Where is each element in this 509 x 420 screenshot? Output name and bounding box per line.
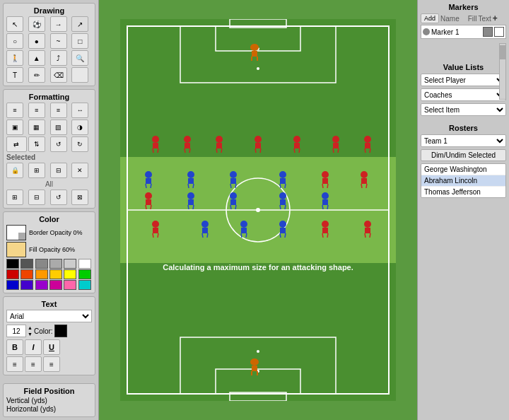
scrollbar-thumb[interactable] bbox=[500, 45, 505, 59]
color-dark-gray[interactable] bbox=[21, 259, 33, 269]
color-blue-purple[interactable] bbox=[21, 280, 33, 290]
fmt-opacity[interactable]: ◑ bbox=[71, 119, 88, 135]
color-purple[interactable] bbox=[35, 280, 48, 290]
svg-line-90 bbox=[322, 205, 323, 209]
color-cyan[interactable] bbox=[78, 280, 91, 290]
font-size-up[interactable]: ▲ bbox=[28, 325, 33, 331]
fmt-lock[interactable]: 🔒 bbox=[6, 163, 23, 178]
fmt-all-1[interactable]: ⊞ bbox=[6, 189, 23, 205]
color-pink[interactable] bbox=[64, 280, 76, 290]
color-magenta[interactable] bbox=[49, 280, 62, 290]
roster-item-1[interactable]: Abraham Lincoln bbox=[421, 175, 505, 187]
wave-tool[interactable]: ~ bbox=[50, 33, 67, 49]
cone-tool[interactable]: ▲ bbox=[28, 50, 45, 66]
fmt-gradient[interactable]: ▧ bbox=[50, 119, 67, 135]
fmt-flip-h[interactable]: ⇄ bbox=[6, 136, 27, 152]
arrow-tool[interactable]: → bbox=[50, 16, 67, 32]
font-select[interactable]: Arial bbox=[6, 310, 92, 322]
fmt-all-2[interactable]: ⊟ bbox=[28, 189, 45, 205]
main-canvas[interactable]: Calculating a maximum size for an attack… bbox=[99, 0, 417, 420]
align-left-button[interactable]: ≡ bbox=[6, 356, 23, 372]
fmt-fill[interactable]: ▦ bbox=[28, 119, 45, 135]
markers-add-button[interactable]: Add bbox=[421, 13, 439, 23]
fmt-align-right[interactable]: ≡ bbox=[50, 103, 67, 118]
drawing-title: Drawing bbox=[6, 6, 92, 15]
svg-line-110 bbox=[322, 233, 323, 238]
border-color-swatch[interactable] bbox=[6, 225, 26, 240]
text-tool[interactable]: T bbox=[6, 67, 23, 83]
fill-color-swatch[interactable] bbox=[6, 242, 26, 257]
svg-line-30 bbox=[216, 148, 217, 153]
circle-tool[interactable]: ○ bbox=[6, 33, 23, 49]
cursor-tool[interactable]: ↖ bbox=[6, 16, 23, 32]
dribble-tool[interactable]: ⤴ bbox=[50, 50, 67, 66]
fmt-ungroup[interactable]: ⊟ bbox=[50, 163, 67, 178]
color-yellow-orange[interactable] bbox=[49, 269, 62, 279]
marker-fill-swatch-1[interactable] bbox=[483, 27, 493, 37]
zoom-tool[interactable]: 🔍 bbox=[71, 50, 88, 66]
select-player-dropdown[interactable]: Select Player bbox=[421, 74, 506, 86]
team-select-dropdown[interactable]: Team 1 bbox=[421, 134, 506, 147]
underline-button[interactable]: U bbox=[43, 339, 60, 355]
color-light-gray[interactable] bbox=[49, 259, 62, 269]
rosters-title: Rosters bbox=[421, 124, 506, 132]
fmt-rotate-r[interactable]: ↻ bbox=[71, 136, 88, 152]
fmt-rotate-l[interactable]: ↺ bbox=[50, 136, 67, 152]
svg-rect-37 bbox=[294, 143, 300, 148]
fmt-all-4[interactable]: ⊠ bbox=[71, 189, 88, 205]
svg-line-87 bbox=[285, 205, 286, 209]
align-center-button[interactable]: ≡ bbox=[25, 356, 42, 372]
svg-line-91 bbox=[327, 205, 328, 209]
markers-plus-button[interactable]: + bbox=[493, 13, 498, 23]
fmt-border[interactable]: ▣ bbox=[6, 119, 23, 135]
fmt-all-3[interactable]: ↺ bbox=[50, 189, 67, 205]
color-red[interactable] bbox=[6, 269, 19, 279]
extra-tool[interactable] bbox=[71, 67, 88, 83]
ball-tool[interactable]: ⚽ bbox=[28, 16, 45, 32]
svg-line-35 bbox=[260, 148, 261, 153]
color-black[interactable] bbox=[6, 259, 19, 269]
color-lighter-gray[interactable] bbox=[64, 259, 76, 269]
color-title: Color bbox=[6, 215, 92, 223]
marker-text-swatch-1[interactable] bbox=[494, 27, 504, 37]
font-color-swatch[interactable] bbox=[54, 325, 67, 337]
bold-button[interactable]: B bbox=[6, 339, 23, 355]
color-blue[interactable] bbox=[6, 280, 19, 290]
roster-item-2[interactable]: Thomas Jefferson bbox=[421, 187, 505, 197]
color-red-orange[interactable] bbox=[21, 269, 33, 279]
dot-tool[interactable]: ● bbox=[28, 33, 45, 49]
erase-tool[interactable]: ⌫ bbox=[50, 67, 67, 83]
pen-tool[interactable]: ✏ bbox=[28, 67, 45, 83]
roster-item-0[interactable]: George Washington bbox=[421, 164, 505, 175]
select-tool[interactable]: ↗ bbox=[71, 16, 88, 32]
rect-tool[interactable]: □ bbox=[71, 33, 88, 49]
svg-line-66 bbox=[322, 184, 323, 188]
font-size-down[interactable]: ▼ bbox=[28, 332, 33, 337]
coaches-dropdown[interactable]: Coaches bbox=[421, 88, 506, 101]
fmt-spacing[interactable]: ↔ bbox=[71, 103, 88, 118]
fmt-align-center[interactable]: ≡ bbox=[28, 103, 45, 118]
color-white[interactable] bbox=[78, 259, 91, 269]
marker-row-1[interactable]: Marker 1 bbox=[421, 25, 506, 39]
svg-point-116 bbox=[250, 358, 259, 366]
select-item-dropdown[interactable]: Select Item bbox=[421, 103, 506, 116]
color-gray[interactable] bbox=[35, 259, 48, 269]
color-orange[interactable] bbox=[35, 269, 48, 279]
horizontal-label: Horizontal (yds) bbox=[6, 405, 92, 413]
fill-opacity-label: Fill Opacity 60% bbox=[29, 246, 75, 253]
svg-rect-97 bbox=[202, 228, 208, 233]
font-size-input[interactable] bbox=[6, 325, 26, 337]
italic-button[interactable]: I bbox=[25, 339, 42, 355]
dim-undim-button[interactable]: Dim/Undim Selected bbox=[421, 149, 506, 161]
right-scrollbar[interactable] bbox=[499, 43, 506, 100]
align-right-button[interactable]: ≡ bbox=[43, 356, 60, 372]
fmt-align-left[interactable]: ≡ bbox=[6, 103, 23, 118]
fmt-delete[interactable]: ✕ bbox=[71, 163, 88, 178]
svg-line-23 bbox=[158, 148, 158, 153]
color-yellow[interactable] bbox=[64, 269, 76, 279]
fmt-flip-v[interactable]: ⇅ bbox=[28, 136, 45, 152]
color-green[interactable] bbox=[78, 269, 91, 279]
right-panel: Markers Add Name Fill Text + Marker 1 Va… bbox=[417, 0, 509, 420]
fmt-group[interactable]: ⊞ bbox=[28, 163, 45, 178]
run-tool[interactable]: 🚶 bbox=[6, 50, 23, 66]
